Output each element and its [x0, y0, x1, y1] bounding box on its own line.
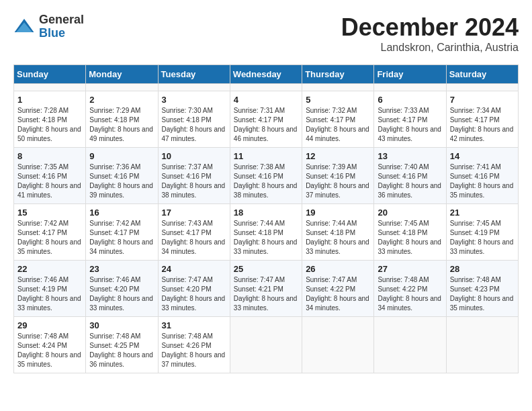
day-info: Sunrise: 7:35 AMSunset: 4:16 PMDaylight:… — [17, 163, 82, 200]
day-info: Sunrise: 7:37 AMSunset: 4:16 PMDaylight:… — [162, 163, 226, 200]
day-number: 20 — [378, 208, 442, 218]
calendar-week-row: 8Sunrise: 7:35 AMSunset: 4:16 PMDaylight… — [14, 148, 519, 204]
day-info: Sunrise: 7:31 AMSunset: 4:17 PMDaylight:… — [234, 106, 298, 144]
day-info: Sunrise: 7:30 AMSunset: 4:18 PMDaylight:… — [162, 106, 226, 144]
calendar-cell — [302, 317, 374, 373]
calendar-cell — [302, 84, 374, 91]
day-info: Sunrise: 7:48 AMSunset: 4:23 PMDaylight:… — [450, 275, 515, 313]
day-number: 23 — [89, 264, 154, 274]
day-info: Sunrise: 7:44 AMSunset: 4:18 PMDaylight:… — [234, 219, 298, 257]
calendar-cell: 27Sunrise: 7:48 AMSunset: 4:22 PMDayligh… — [374, 261, 446, 317]
day-number: 9 — [89, 151, 154, 161]
calendar-cell: 21Sunrise: 7:45 AMSunset: 4:19 PMDayligh… — [446, 204, 518, 261]
day-info: Sunrise: 7:34 AMSunset: 4:17 PMDaylight:… — [450, 106, 515, 144]
day-header-friday: Friday — [374, 65, 446, 84]
day-info: Sunrise: 7:45 AMSunset: 4:19 PMDaylight:… — [450, 219, 515, 257]
day-info: Sunrise: 7:48 AMSunset: 4:24 PMDaylight:… — [17, 332, 82, 369]
day-number: 2 — [89, 95, 154, 105]
day-number: 30 — [89, 320, 154, 330]
day-header-monday: Monday — [86, 65, 158, 84]
calendar-cell: 15Sunrise: 7:42 AMSunset: 4:17 PMDayligh… — [14, 204, 86, 261]
day-info: Sunrise: 7:46 AMSunset: 4:19 PMDaylight:… — [17, 275, 82, 313]
day-number: 22 — [17, 264, 82, 274]
calendar-header-row: SundayMondayTuesdayWednesdayThursdayFrid… — [14, 65, 519, 84]
day-info: Sunrise: 7:48 AMSunset: 4:25 PMDaylight:… — [89, 332, 154, 369]
day-number: 27 — [378, 264, 442, 274]
day-header-tuesday: Tuesday — [158, 65, 230, 84]
calendar-week-row: 15Sunrise: 7:42 AMSunset: 4:17 PMDayligh… — [14, 204, 519, 261]
day-info: Sunrise: 7:29 AMSunset: 4:18 PMDaylight:… — [89, 106, 154, 144]
day-number: 24 — [162, 264, 226, 274]
day-number: 28 — [450, 264, 515, 274]
day-info: Sunrise: 7:33 AMSunset: 4:17 PMDaylight:… — [378, 106, 442, 144]
calendar-cell: 3Sunrise: 7:30 AMSunset: 4:18 PMDaylight… — [158, 91, 230, 148]
day-number: 7 — [450, 95, 515, 105]
calendar-cell: 31Sunrise: 7:48 AMSunset: 4:26 PMDayligh… — [158, 317, 230, 373]
logo-icon — [13, 16, 35, 38]
calendar-cell: 28Sunrise: 7:48 AMSunset: 4:23 PMDayligh… — [446, 261, 518, 317]
day-number: 19 — [306, 208, 370, 218]
title-block: December 2024 Landskron, Carinthia, Aust… — [341, 13, 519, 54]
calendar-cell — [158, 84, 230, 91]
day-info: Sunrise: 7:43 AMSunset: 4:17 PMDaylight:… — [162, 219, 226, 257]
day-info: Sunrise: 7:39 AMSunset: 4:16 PMDaylight:… — [306, 163, 370, 200]
calendar-cell: 8Sunrise: 7:35 AMSunset: 4:16 PMDaylight… — [14, 148, 86, 204]
day-number: 3 — [162, 95, 226, 105]
calendar-cell: 7Sunrise: 7:34 AMSunset: 4:17 PMDaylight… — [446, 91, 518, 148]
calendar-cell: 1Sunrise: 7:28 AMSunset: 4:18 PMDaylight… — [14, 91, 86, 148]
calendar-cell — [14, 84, 86, 91]
calendar-cell — [446, 317, 518, 373]
day-header-thursday: Thursday — [302, 65, 374, 84]
day-header-sunday: Sunday — [14, 65, 86, 84]
calendar-cell: 9Sunrise: 7:36 AMSunset: 4:16 PMDaylight… — [86, 148, 158, 204]
day-info: Sunrise: 7:46 AMSunset: 4:20 PMDaylight:… — [89, 275, 154, 313]
day-number: 4 — [234, 95, 298, 105]
day-info: Sunrise: 7:41 AMSunset: 4:16 PMDaylight:… — [450, 163, 515, 200]
calendar-cell: 19Sunrise: 7:44 AMSunset: 4:18 PMDayligh… — [302, 204, 374, 261]
month-title: December 2024 — [341, 13, 519, 42]
calendar-week-row: 1Sunrise: 7:28 AMSunset: 4:18 PMDaylight… — [14, 91, 519, 148]
day-number: 1 — [17, 95, 82, 105]
day-number: 21 — [450, 208, 515, 218]
calendar-cell: 26Sunrise: 7:47 AMSunset: 4:22 PMDayligh… — [302, 261, 374, 317]
day-info: Sunrise: 7:45 AMSunset: 4:18 PMDaylight:… — [378, 219, 442, 257]
calendar-cell: 14Sunrise: 7:41 AMSunset: 4:16 PMDayligh… — [446, 148, 518, 204]
calendar-cell — [374, 84, 446, 91]
day-number: 15 — [17, 208, 82, 218]
calendar-cell — [374, 317, 446, 373]
day-number: 5 — [306, 95, 370, 105]
day-info: Sunrise: 7:48 AMSunset: 4:22 PMDaylight:… — [378, 275, 442, 313]
calendar-cell: 29Sunrise: 7:48 AMSunset: 4:24 PMDayligh… — [14, 317, 86, 373]
day-info: Sunrise: 7:28 AMSunset: 4:18 PMDaylight:… — [17, 106, 82, 144]
day-number: 29 — [17, 320, 82, 330]
calendar-cell: 18Sunrise: 7:44 AMSunset: 4:18 PMDayligh… — [230, 204, 302, 261]
day-info: Sunrise: 7:44 AMSunset: 4:18 PMDaylight:… — [306, 219, 370, 257]
calendar-cell — [230, 317, 302, 373]
day-info: Sunrise: 7:47 AMSunset: 4:21 PMDaylight:… — [234, 275, 298, 313]
day-header-saturday: Saturday — [446, 65, 518, 84]
calendar-cell: 6Sunrise: 7:33 AMSunset: 4:17 PMDaylight… — [374, 91, 446, 148]
day-info: Sunrise: 7:42 AMSunset: 4:17 PMDaylight:… — [89, 219, 154, 257]
day-info: Sunrise: 7:32 AMSunset: 4:17 PMDaylight:… — [306, 106, 370, 144]
day-number: 13 — [378, 151, 442, 161]
calendar-cell — [86, 84, 158, 91]
calendar-table: SundayMondayTuesdayWednesdayThursdayFrid… — [13, 64, 519, 373]
day-number: 11 — [234, 151, 298, 161]
calendar-cell: 16Sunrise: 7:42 AMSunset: 4:17 PMDayligh… — [86, 204, 158, 261]
calendar-week-row: 22Sunrise: 7:46 AMSunset: 4:19 PMDayligh… — [14, 261, 519, 317]
calendar-cell: 22Sunrise: 7:46 AMSunset: 4:19 PMDayligh… — [14, 261, 86, 317]
day-info: Sunrise: 7:42 AMSunset: 4:17 PMDaylight:… — [17, 219, 82, 257]
calendar-cell — [446, 84, 518, 91]
calendar-cell: 20Sunrise: 7:45 AMSunset: 4:18 PMDayligh… — [374, 204, 446, 261]
calendar-week-row: 29Sunrise: 7:48 AMSunset: 4:24 PMDayligh… — [14, 317, 519, 373]
day-number: 26 — [306, 264, 370, 274]
calendar-cell: 2Sunrise: 7:29 AMSunset: 4:18 PMDaylight… — [86, 91, 158, 148]
calendar-week-row — [14, 84, 519, 91]
day-info: Sunrise: 7:36 AMSunset: 4:16 PMDaylight:… — [89, 163, 154, 200]
day-info: Sunrise: 7:47 AMSunset: 4:22 PMDaylight:… — [306, 275, 370, 313]
day-number: 6 — [378, 95, 442, 105]
calendar-cell: 10Sunrise: 7:37 AMSunset: 4:16 PMDayligh… — [158, 148, 230, 204]
logo: General Blue — [13, 13, 84, 40]
calendar-cell: 17Sunrise: 7:43 AMSunset: 4:17 PMDayligh… — [158, 204, 230, 261]
calendar-cell: 24Sunrise: 7:47 AMSunset: 4:20 PMDayligh… — [158, 261, 230, 317]
